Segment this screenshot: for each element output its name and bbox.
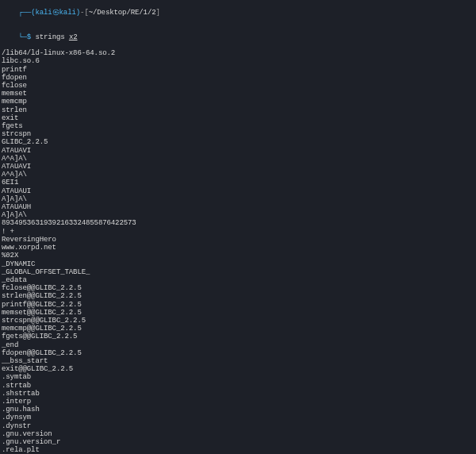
output-line: A^A]A\ (2, 155, 474, 163)
output-line: fgets (2, 122, 474, 130)
output-line: _DYNAMIC (2, 260, 474, 268)
output-line: 6EI1 (2, 179, 474, 187)
output-line: GLIBC_2.2.5 (2, 138, 474, 146)
command: strings (35, 33, 64, 41)
output-line: A^A]A\ (2, 171, 474, 179)
output-line: strcspn (2, 130, 474, 138)
output-line: fgets@@GLIBC_2.2.5 (2, 333, 474, 340)
output-line: ReversingHero (2, 236, 474, 244)
output-line: ATAUAUI (2, 187, 474, 195)
output-line: .gnu.version_r (2, 438, 474, 446)
output-line: ATAUAVI (2, 147, 474, 155)
output-line: _GLOBAL_OFFSET_TABLE_ (2, 268, 474, 276)
output-line: .interp (2, 398, 474, 406)
output-line: fdopen (2, 74, 474, 82)
output-line: fclose (2, 82, 474, 90)
prompt-dollar: $ (27, 33, 31, 41)
output-line: www.xorpd.net (2, 244, 474, 252)
output-line: exit@@GLIBC_2.2.5 (2, 365, 474, 373)
output-line: .shstrtab (2, 390, 474, 398)
output-line: .strtab (2, 382, 474, 390)
prompt-dash-right: ] (156, 9, 160, 17)
prompt-line-1: ┌──(kali㉿kali)-[~/Desktop/RE/1/2] (2, 1, 474, 25)
output-line: exit (2, 114, 474, 122)
output-line: strcspn@@GLIBC_2.2.5 (2, 317, 474, 325)
output-line: printf@@GLIBC_2.2.5 (2, 301, 474, 309)
prompt-user: kali (35, 9, 52, 17)
output-line: A]A]A\ (2, 195, 474, 203)
command-arg: x2 (69, 33, 78, 41)
output-line: __bss_start (2, 357, 474, 365)
output-line: memset (2, 90, 474, 98)
output-line: memset@@GLIBC_2.2.5 (2, 309, 474, 317)
output-line: strlen@@GLIBC_2.2.5 (2, 292, 474, 300)
output-line: fclose@@GLIBC_2.2.5 (2, 284, 474, 292)
output-line: 89349536319392163324855876422573 (2, 219, 474, 227)
prompt-host: kali (60, 9, 76, 17)
prompt-box-bottom: └─ (18, 33, 27, 41)
output: /lib64/ld-linux-x86-64.so.2libc.so.6prin… (2, 49, 474, 454)
output-line: .dynsym (2, 414, 474, 421)
output-line: ATAUAVI (2, 163, 474, 171)
prompt-path: ~/Desktop/RE/1/2 (89, 9, 156, 17)
prompt-dash-left: -[ (80, 9, 89, 17)
prompt-box-top: ┌── (18, 9, 31, 17)
terminal[interactable]: ┌──(kali㉿kali)-[~/Desktop/RE/1/2] └─$ st… (0, 0, 476, 454)
prompt-line-2: └─$ strings x2 (2, 25, 474, 50)
output-line: libc.so.6 (2, 57, 474, 65)
output-line: %02X (2, 252, 474, 260)
prompt-at: ㉿ (52, 9, 60, 17)
output-line: _edata (2, 276, 474, 284)
output-line: strlen (2, 106, 474, 114)
output-line: fdopen@@GLIBC_2.2.5 (2, 349, 474, 357)
output-line: .gnu.hash (2, 406, 474, 414)
output-line: .symtab (2, 373, 474, 381)
output-line: /lib64/ld-linux-x86-64.so.2 (2, 49, 474, 57)
output-line: _end (2, 341, 474, 349)
output-line: .dynstr (2, 422, 474, 430)
output-line: memcmp@@GLIBC_2.2.5 (2, 325, 474, 333)
output-line: printf (2, 66, 474, 74)
output-line: ! + (2, 228, 474, 236)
output-line: ATAUAUH (2, 203, 474, 211)
output-line: .rela.plt (2, 446, 474, 454)
output-line: .gnu.version (2, 430, 474, 438)
output-line: A]A]A\ (2, 211, 474, 219)
output-line: memcmp (2, 98, 474, 106)
